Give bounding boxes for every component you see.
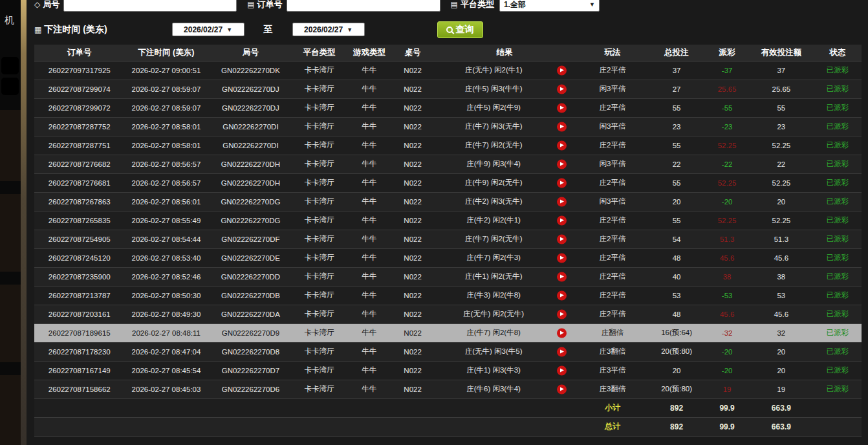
table-row[interactable]: 2602270872678632026-02-27 08:56:01GN0222… [34,192,862,211]
cell-status: 已派彩 [814,80,862,98]
table-row[interactable]: 2602270973179252026-02-27 09:00:51GN0222… [34,61,862,80]
column-header: 订单号 [34,45,124,61]
replay-play-icon[interactable] [557,159,567,169]
cell-table_no: N022 [393,61,432,80]
round-input[interactable] [63,0,237,12]
date-to-select[interactable]: 2026/02/27 ▼ [292,23,365,36]
replay-play-icon[interactable] [557,178,567,188]
replay-play-icon[interactable] [557,347,567,356]
cell-status: 已派彩 [814,342,862,361]
cell-play: 庄2平倍 [577,173,648,192]
cell-total_bet: 53 [648,286,705,305]
cell-result: 庄(牛5) 闲2(牛9) [432,98,577,117]
table-row[interactable]: 2602270872359002026-02-27 08:52:46GN0222… [34,267,862,286]
table-row[interactable]: 2602270871586622026-02-27 08:45:03GN0222… [34,380,862,398]
query-button[interactable]: 查询 [437,21,483,38]
table-row[interactable]: 2602270872451202026-02-27 08:53:40GN0222… [34,248,862,267]
cell-valid_bet: 22 [749,155,814,173]
replay-play-icon[interactable] [557,215,567,225]
cell-result: 庄(牛1) 闲3(牛3) [432,361,577,380]
replay-play-icon[interactable] [557,309,567,319]
cell-result: 庄(牛9) 闲3(牛4) [432,155,577,173]
table-row[interactable]: 2602270871782302026-02-27 08:47:04GN0222… [34,342,862,361]
column-header: 状态 [814,45,862,61]
replay-play-icon[interactable] [557,328,567,338]
table-row[interactable]: 2602270872990722026-02-27 08:59:07GN0222… [34,98,862,117]
platform-select[interactable]: 1.全部 ▼ [499,0,600,12]
cell-game: 牛牛 [345,323,393,342]
cell-play: 庄2平倍 [577,248,648,267]
summary-valid-bet: 663.9 [749,398,814,417]
result-text: 庄(牛7) 闲2(牛3) [466,254,521,261]
cell-game: 牛牛 [345,80,393,98]
cell-status: 已派彩 [814,305,862,323]
cell-play: 庄2平倍 [577,305,648,323]
cell-status: 已派彩 [814,248,862,267]
result-text: 庄(无牛) 闲3(牛5) [465,347,523,355]
replay-play-icon[interactable] [557,290,567,300]
cell-payout: -23 [705,117,749,136]
sidebar-button[interactable] [1,78,19,95]
table-row[interactable]: 2602270871896152026-02-27 08:48:11GN0222… [34,323,862,342]
table-row[interactable]: 2602270872877522026-02-27 08:58:01GN0222… [34,117,862,136]
replay-play-icon[interactable] [557,384,567,394]
table-row[interactable]: 2602270872549052026-02-27 08:54:44GN0222… [34,230,862,248]
table-row[interactable]: 2602270872137872026-02-27 08:50:30GN0222… [34,286,862,305]
cell-platform: 卡卡湾厅 [293,323,345,342]
cell-valid_bet: 32 [749,323,814,342]
cell-total_bet: 20(预:80) [648,380,705,398]
cell-time: 2026-02-27 08:53:40 [124,248,208,267]
replay-play-icon[interactable] [557,140,567,150]
cell-time: 2026-02-27 08:48:11 [124,323,208,342]
replay-play-icon[interactable] [557,84,567,94]
cell-result: 庄(牛7) 闲2(牛3) [432,248,577,267]
result-text: 庄(牛9) 闲2(无牛) [465,179,523,186]
cell-total_bet: 54 [648,230,705,248]
cell-payout: 38 [705,267,749,286]
cell-round: GN022262270DB [208,286,294,305]
cell-game: 牛牛 [345,136,393,155]
replay-play-icon[interactable] [557,234,567,244]
replay-play-icon[interactable] [557,65,567,75]
date-from-select[interactable]: 2026/02/27 ▼ [172,23,244,36]
replay-play-icon[interactable] [557,272,567,281]
cell-time: 2026-02-27 08:50:30 [124,286,208,305]
replay-play-icon[interactable] [557,122,567,131]
sidebar-button[interactable] [1,57,19,74]
cell-game: 牛牛 [345,173,393,192]
order-input[interactable] [287,0,440,12]
diamond-icon: ◇ [34,0,40,9]
cell-order: 260227087189615 [34,323,124,342]
cell-payout: -55 [705,98,749,117]
table-row[interactable]: 2602270872658352026-02-27 08:55:49GN0222… [34,211,862,230]
empty-cell [814,417,862,436]
table-row[interactable]: 2602270872990742026-02-27 08:59:07GN0222… [34,80,862,98]
column-header: 下注时间 (美东) [124,45,208,61]
table-row[interactable]: 2602270872766822026-02-27 08:56:57GN0222… [34,155,862,173]
replay-play-icon[interactable] [557,365,567,375]
cell-platform: 卡卡湾厅 [293,342,345,361]
replay-play-icon[interactable] [557,103,567,113]
column-header: 玩法 [577,45,648,61]
replay-play-icon[interactable] [557,197,567,206]
table-row[interactable]: 2602270871671492026-02-27 08:45:54GN0222… [34,361,862,380]
table-row[interactable]: 2602270872877512026-02-27 08:58:01GN0222… [34,136,862,155]
table-row[interactable]: 2602270872766812026-02-27 08:56:57GN0222… [34,173,862,192]
cell-order: 260227087276682 [34,155,124,173]
cell-result: 庄(牛7) 闲3(无牛) [432,117,577,136]
cell-platform: 卡卡湾厅 [293,155,345,173]
cell-platform: 卡卡湾厅 [293,173,345,192]
result-text: 庄(牛5) 闲3(牛牛) [465,85,523,92]
replay-play-icon[interactable] [557,253,567,263]
cell-order: 260227087267863 [34,192,124,211]
cell-time: 2026-02-27 08:59:07 [124,98,208,117]
summary-valid-bet: 663.9 [749,417,814,436]
cell-game: 牛牛 [345,211,393,230]
bet-time-text: 下注时间 (美东) [44,24,107,36]
cell-order: 260227087167149 [34,361,124,380]
cell-game: 牛牛 [345,155,393,173]
cell-payout: 19 [705,380,749,398]
table-row[interactable]: 2602270872031612026-02-27 08:49:30GN0222… [34,305,862,323]
cell-time: 2026-02-27 08:59:07 [124,80,208,98]
platform-selected-value: 1.全部 [504,0,526,10]
